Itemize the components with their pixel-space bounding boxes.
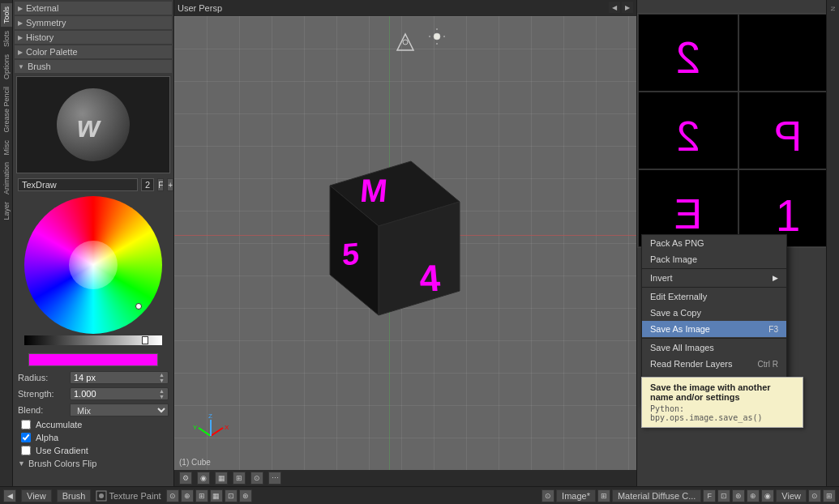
tab-tools[interactable]: Tools [1, 3, 12, 27]
strength-value[interactable]: 1.000 ▲ ▼ [70, 387, 169, 400]
bottom-right-icon-7[interactable]: ◉ [761, 489, 774, 502]
color-wheel[interactable] [24, 196, 162, 334]
bottom-icon-6[interactable]: ⊛ [239, 489, 252, 502]
sun-icon [429, 28, 445, 45]
section-external: ▶ External [15, 2, 172, 15]
bottom-right-icon-9[interactable]: ⊞ [823, 489, 836, 502]
bottom-icon-3[interactable]: ⊞ [195, 489, 208, 502]
image-label[interactable]: Image* [556, 489, 596, 502]
bottom-right-icon-6[interactable]: ⊕ [747, 489, 760, 502]
ctx-invert[interactable]: Invert ▶ [642, 270, 786, 286]
material-label[interactable]: Material Diffuse C... [612, 489, 701, 502]
svg-text:2: 2 [676, 113, 700, 160]
viewport-collapse-left[interactable]: ◀ [609, 2, 620, 13]
brush-number: 2 [141, 178, 154, 191]
radius-text: 14 px [74, 373, 159, 382]
tooltip-title: Save the image with another name and/or … [650, 382, 794, 402]
blend-select[interactable]: Mix [70, 404, 169, 416]
brush-button[interactable]: Brush [57, 489, 92, 502]
svg-text:E: E [674, 190, 702, 237]
section-brush: ▼ Brush w [15, 60, 172, 470]
color-strip[interactable] [28, 353, 158, 366]
viewport-shading-icon[interactable]: ◉ [197, 472, 210, 485]
view-button[interactable]: View [21, 489, 52, 502]
brush-plus-button[interactable]: + [167, 178, 173, 191]
viewport-3d: User Persp ◀ ▶ [174, 0, 636, 486]
ctx-save-a-copy[interactable]: Save a Copy [642, 305, 786, 321]
section-brush-header[interactable]: ▼ Brush [15, 60, 172, 73]
svg-text:Y: Y [193, 424, 198, 431]
viewport-3d-area[interactable]: M 5 4 X Y Z [174, 16, 636, 470]
color-wheel-container [15, 193, 172, 350]
alpha-checkbox[interactable] [21, 433, 31, 442]
brush-sphere: w [57, 88, 130, 161]
radius-value[interactable]: 14 px ▲ ▼ [70, 371, 169, 384]
cube-3d: M 5 4 [281, 137, 484, 349]
tab-layer[interactable]: Layer [1, 199, 12, 224]
ctx-edit-externally[interactable]: Edit Externally [642, 288, 786, 305]
brush-f-button[interactable]: F [157, 178, 164, 191]
blend-row: Blend: Mix [15, 402, 172, 418]
texture-cell-1: 2 [638, 14, 738, 92]
view-label[interactable]: View [776, 489, 807, 502]
brush-name-row: 2 F + × [15, 177, 172, 193]
texture-digit-4-svg: P [751, 98, 824, 163]
bottom-right-icon-4[interactable]: ⊡ [717, 489, 730, 502]
viewport-mode-icon[interactable]: ▦ [215, 472, 228, 485]
tab-options[interactable]: Options [1, 51, 12, 83]
section-history-header[interactable]: ▶ History [15, 31, 172, 44]
ctx-read-render-layers[interactable]: Read Render Layers Ctrl R [642, 356, 786, 372]
far-right-tab-1[interactable]: N [828, 3, 838, 15]
use-gradient-label: Use Gradient [36, 446, 88, 455]
viewport-overlay-icon[interactable]: ⊞ [233, 472, 246, 485]
bottom-icon-2[interactable]: ⊕ [181, 489, 194, 502]
svg-text:Z: Z [208, 412, 212, 420]
brush-icon: w [69, 105, 118, 145]
blend-label: Blend: [18, 405, 66, 415]
bottom-right-icon-5[interactable]: ⊛ [732, 489, 745, 502]
texture-paint-label: Texture Paint [109, 491, 161, 501]
tab-grease-pencil[interactable]: Grease Pencil [1, 83, 12, 136]
tab-misc[interactable]: Misc [1, 137, 12, 159]
ctx-pack-image[interactable]: Pack Image [642, 251, 786, 267]
viewport-collapse-right[interactable]: ▶ [622, 2, 633, 13]
svg-point-2 [403, 40, 408, 45]
bottom-left-arrow[interactable]: ◀ [3, 489, 16, 502]
viewport-snap-icon[interactable]: ⋯ [268, 472, 281, 485]
color-value-bar[interactable] [24, 335, 162, 345]
brush-name-input[interactable] [18, 178, 138, 191]
texture-cell-4: P [738, 92, 839, 169]
bottom-bar: ◀ View Brush Texture Paint ⊙ ⊕ ⊞ ▦ ⊡ ⊛ ⊙… [0, 486, 839, 504]
texture-digit-1-svg: 2 [652, 20, 725, 85]
viewport-view-icon[interactable]: ⚙ [179, 472, 192, 485]
tab-animation[interactable]: Animation [1, 159, 12, 198]
far-right-tabs: N [826, 0, 839, 486]
ctx-save-all-images[interactable]: Save All Images [642, 340, 786, 356]
section-external-header[interactable]: ▶ External [15, 2, 172, 15]
bottom-icon-5[interactable]: ⊡ [225, 489, 238, 502]
bottom-icon-4[interactable]: ▦ [210, 489, 223, 502]
svg-text:w: w [77, 110, 101, 143]
bottom-right-icon-8[interactable]: ⊙ [808, 489, 821, 502]
light-indicator [429, 28, 445, 45]
bottom-icon-1[interactable]: ⊙ [166, 489, 179, 502]
ctx-save-as-image[interactable]: Save As Image F3 [642, 321, 786, 337]
bottom-right-icon-3[interactable]: F [703, 489, 716, 502]
ctx-save-as-image-label: Save As Image [650, 324, 710, 334]
strength-text: 1.000 [74, 389, 159, 399]
bottom-right-icon-2[interactable]: ⊞ [597, 489, 610, 502]
ctx-invert-arrow: ▶ [773, 274, 778, 282]
tab-slots[interactable]: Slots [1, 28, 12, 50]
svg-line-15 [199, 428, 211, 436]
left-vertical-tabs: Tools Slots Options Grease Pencil Misc A… [0, 0, 13, 486]
camera-marker-icon [393, 32, 417, 57]
svg-text:4: 4 [417, 257, 441, 299]
ctx-pack-as-png[interactable]: Pack As PNG [642, 235, 786, 251]
use-gradient-checkbox[interactable] [21, 446, 31, 455]
section-symmetry-header[interactable]: ▶ Symmetry [15, 16, 172, 29]
section-color-palette-header[interactable]: ▶ Color Palette [15, 45, 172, 58]
bottom-right-icon-1[interactable]: ⊙ [541, 489, 554, 502]
strength-up-icon: ▲ [159, 388, 165, 394]
accumulate-checkbox[interactable] [21, 420, 31, 429]
viewport-proportional-icon[interactable]: ⊙ [250, 472, 263, 485]
